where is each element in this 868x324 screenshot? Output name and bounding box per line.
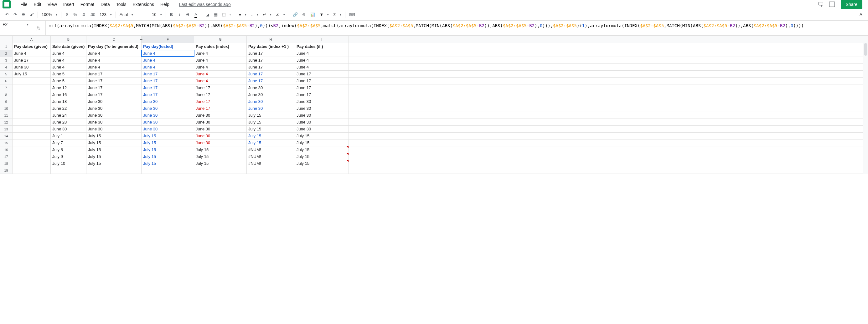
row-header[interactable]: 13: [0, 126, 12, 132]
cell-header[interactable]: Sale date (given): [51, 43, 86, 50]
cell[interactable]: June 30: [86, 112, 142, 118]
cell[interactable]: July 15: [86, 133, 142, 139]
cell[interactable]: June 22: [51, 105, 86, 112]
cell[interactable]: June 17: [194, 91, 247, 98]
cell[interactable]: June 4: [142, 64, 194, 70]
menu-view[interactable]: View: [45, 1, 60, 8]
row-header[interactable]: 15: [0, 140, 12, 146]
cell[interactable]: July 7: [51, 140, 86, 146]
rotate-button[interactable]: ∠: [274, 11, 287, 18]
cell[interactable]: June 12: [51, 84, 86, 91]
cell[interactable]: June 17: [86, 71, 142, 77]
cell[interactable]: June 30: [194, 126, 247, 132]
collapse-toolbar-button[interactable]: ᐱ: [857, 11, 865, 18]
wrap-button[interactable]: ↵: [261, 11, 273, 18]
undo-button[interactable]: ↶: [3, 11, 11, 19]
cell[interactable]: June 4: [142, 50, 194, 57]
cell[interactable]: [12, 91, 51, 98]
comment-history-icon[interactable]: 🗨: [817, 1, 824, 8]
strike-button[interactable]: S: [184, 11, 192, 19]
comment-button[interactable]: ⊕: [300, 11, 308, 19]
cell[interactable]: July 15: [142, 140, 194, 146]
row-header[interactable]: 18: [0, 160, 12, 167]
cell-header[interactable]: Pay dates (index +1 ): [247, 43, 295, 50]
cell[interactable]: [12, 153, 51, 160]
cell[interactable]: June 30: [194, 112, 247, 118]
col-header-G[interactable]: G: [194, 36, 247, 43]
cell[interactable]: June 30: [295, 126, 349, 132]
cell[interactable]: July 15: [194, 153, 247, 160]
cell[interactable]: June 30: [142, 112, 194, 118]
meet-icon[interactable]: [828, 0, 836, 8]
cell[interactable]: June 17: [194, 105, 247, 112]
cell[interactable]: June 30: [86, 126, 142, 132]
cell-header[interactable]: Pay dates (index): [194, 43, 247, 50]
cell[interactable]: July 15: [86, 160, 142, 167]
cell[interactable]: June 4: [295, 64, 349, 70]
h-align-button[interactable]: ≡: [237, 11, 249, 18]
cell[interactable]: July 15: [142, 133, 194, 139]
cell[interactable]: June 4: [194, 50, 247, 57]
cell[interactable]: June 4: [194, 57, 247, 64]
cell[interactable]: June 4: [12, 50, 51, 57]
cell[interactable]: June 17: [295, 91, 349, 98]
row-header[interactable]: 5: [0, 71, 12, 77]
cell[interactable]: June 4: [295, 50, 349, 57]
cell[interactable]: June 30: [142, 126, 194, 132]
cell[interactable]: July 15: [247, 126, 295, 132]
row-header[interactable]: 19: [0, 167, 12, 174]
cell[interactable]: [12, 84, 51, 91]
decrease-decimal-button[interactable]: .0: [80, 11, 87, 19]
cell[interactable]: June 30: [86, 98, 142, 105]
cell[interactable]: #NUM!: [247, 146, 295, 153]
link-button[interactable]: 🔗: [291, 11, 300, 19]
cell[interactable]: [12, 140, 51, 146]
share-button[interactable]: Share: [841, 0, 862, 9]
col-header-I[interactable]: I: [295, 36, 349, 43]
cell[interactable]: June 30: [194, 119, 247, 125]
cell[interactable]: June 17: [194, 98, 247, 105]
bold-button[interactable]: B: [168, 11, 175, 19]
cell[interactable]: June 17: [295, 71, 349, 77]
cell[interactable]: June 17: [295, 78, 349, 84]
col-header-C[interactable]: C: [86, 36, 142, 43]
row-header[interactable]: 1: [0, 43, 12, 50]
borders-button[interactable]: ▦: [212, 11, 219, 19]
cell[interactable]: June 30: [194, 133, 247, 139]
cell[interactable]: #NUM!: [247, 160, 295, 167]
vertical-scrollbar[interactable]: [863, 43, 868, 174]
cell[interactable]: July 15: [295, 133, 349, 139]
cell[interactable]: June 30: [295, 98, 349, 105]
cell[interactable]: #NUM!: [247, 153, 295, 160]
cell[interactable]: July 15: [12, 71, 51, 77]
cell[interactable]: July 15: [295, 160, 349, 167]
cell[interactable]: June 28: [51, 119, 86, 125]
cell[interactable]: [12, 78, 51, 84]
cell[interactable]: June 17: [295, 84, 349, 91]
zoom-select[interactable]: 100%: [40, 11, 59, 18]
cell[interactable]: June 30: [142, 119, 194, 125]
cell[interactable]: June 4: [86, 50, 142, 57]
cell[interactable]: June 4: [194, 78, 247, 84]
cell[interactable]: [12, 160, 51, 167]
cell[interactable]: June 4: [51, 57, 86, 64]
cell-header[interactable]: Pay dates (given): [12, 43, 51, 50]
row-header[interactable]: 6: [0, 78, 12, 84]
cell-header[interactable]: Pay dates (if ): [295, 43, 349, 50]
row-header[interactable]: 16: [0, 146, 12, 153]
italic-button[interactable]: I: [176, 11, 184, 19]
cell[interactable]: [51, 167, 86, 174]
cell[interactable]: June 30: [295, 112, 349, 118]
font-size-select[interactable]: 10: [150, 11, 163, 18]
cell[interactable]: June 17: [142, 91, 194, 98]
cell[interactable]: June 17: [142, 71, 194, 77]
col-header-B[interactable]: B: [51, 36, 86, 43]
cell[interactable]: July 15: [194, 160, 247, 167]
cell[interactable]: July 15: [142, 153, 194, 160]
cell[interactable]: June 5: [51, 78, 86, 84]
cell[interactable]: July 15: [247, 133, 295, 139]
col-header-F[interactable]: F: [142, 36, 194, 43]
cell[interactable]: June 17: [247, 64, 295, 70]
cell[interactable]: [12, 133, 51, 139]
cell[interactable]: June 30: [295, 105, 349, 112]
